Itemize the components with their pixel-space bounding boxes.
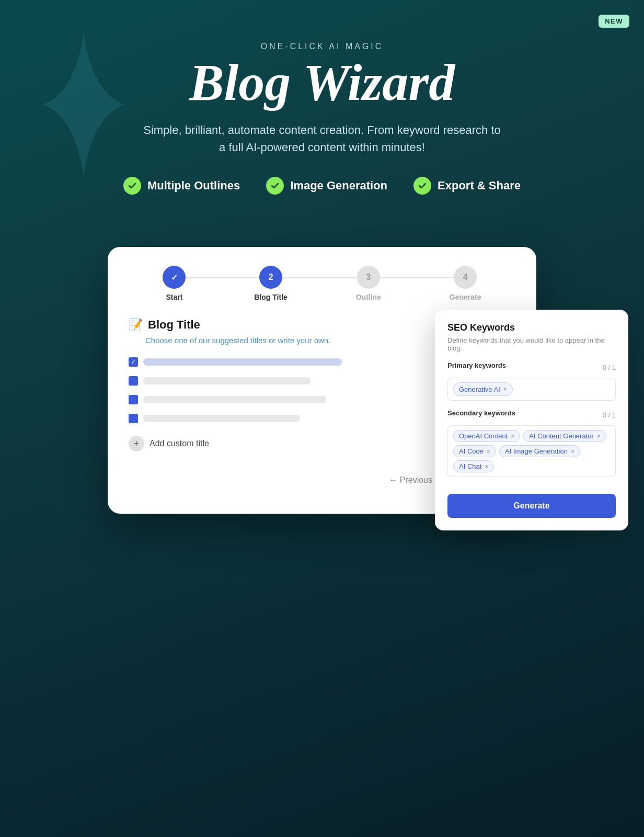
generate-button[interactable]: Generate	[447, 494, 616, 518]
steps-header: ✓ Start 2 Blog Title 3 Outline 4 Generat…	[129, 266, 515, 301]
secondary-tag-close[interactable]: ×	[485, 463, 488, 470]
primary-keywords-count: 0 / 1	[603, 364, 616, 371]
title-checkbox-1[interactable]	[129, 357, 138, 367]
card-area: ✓ Start 2 Blog Title 3 Outline 4 Generat…	[0, 247, 644, 514]
secondary-tag-close[interactable]: ×	[511, 433, 514, 440]
secondary-tag-label: AI Chat	[459, 462, 481, 470]
step-blog-title: 2 Blog Title	[254, 266, 288, 301]
title-bar-3	[143, 396, 326, 403]
primary-keywords-label-row: Primary keywords 0 / 1	[447, 361, 616, 374]
feature-check-icon	[413, 177, 431, 195]
secondary-keywords-input[interactable]: OpenAI Content × AI Content Generator × …	[447, 425, 616, 477]
feature-label: Multiple Outlines	[147, 179, 240, 193]
step-label-generate: Generate	[450, 293, 481, 301]
secondary-tags-container: OpenAI Content × AI Content Generator × …	[453, 430, 610, 472]
seo-title: SEO Keywords	[447, 322, 616, 333]
primary-tag-generative-ai: Generative AI ×	[453, 382, 513, 396]
secondary-tag-ai-chat: AI Chat ×	[453, 460, 494, 472]
step-label-outline: Outline	[356, 293, 381, 301]
secondary-keywords-label-row: Secondary keywords 0 / 1	[447, 409, 616, 421]
title-bar-4	[143, 415, 300, 422]
feature-multiple-outlines: Multiple Outlines	[123, 177, 240, 195]
add-custom-label: Add custom title	[150, 439, 209, 448]
new-badge: NEW	[599, 15, 629, 28]
seo-keywords-card: SEO Keywords Define keywords that you wo…	[435, 310, 628, 530]
sparkle-decoration	[42, 31, 125, 178]
secondary-tag-label: AI Image Generation	[505, 447, 568, 455]
step-circle-blog-title: 2	[259, 266, 282, 289]
secondary-tag-label: AI Code	[459, 447, 484, 455]
secondary-tag-ai-code: AI Code ×	[453, 445, 496, 457]
step-circle-start: ✓	[163, 266, 186, 289]
feature-label: Export & Share	[438, 179, 521, 193]
secondary-tag-close[interactable]: ×	[487, 448, 490, 455]
feature-check-icon	[123, 177, 141, 195]
secondary-tag-close[interactable]: ×	[571, 448, 574, 455]
title-checkbox-3[interactable]	[129, 395, 138, 404]
title-checkbox-2[interactable]	[129, 376, 138, 386]
secondary-tag-label: OpenAI Content	[459, 432, 508, 440]
add-custom-button[interactable]: +	[129, 436, 144, 451]
features-row: Multiple Outlines Image Generation Expor…	[0, 177, 644, 195]
feature-check-icon	[266, 177, 284, 195]
step-circle-outline: 3	[357, 266, 380, 289]
title-bar-1	[143, 358, 342, 366]
step-start: ✓ Start	[163, 266, 186, 301]
step-circle-generate: 4	[454, 266, 477, 289]
title-checkbox-4[interactable]	[129, 414, 138, 423]
feature-export-share: Export & Share	[413, 177, 521, 195]
secondary-tag-ai-image-generation: AI Image Generation ×	[499, 445, 580, 457]
secondary-tag-label: AI Content Generator	[529, 432, 594, 440]
title-bar-2	[143, 377, 310, 384]
step-outline: 3 Outline	[356, 266, 381, 301]
primary-keywords-label: Primary keywords	[447, 361, 506, 369]
hero-description: Simple, brilliant, automate content crea…	[139, 121, 505, 156]
feature-label: Image Generation	[290, 179, 387, 193]
primary-keywords-input[interactable]: Generative AI ×	[447, 378, 616, 401]
section-title-text: Blog Title	[148, 318, 200, 332]
step-generate: 4 Generate	[450, 266, 481, 301]
feature-image-generation: Image Generation	[266, 177, 387, 195]
secondary-tag-ai-content-generator: AI Content Generator ×	[523, 430, 606, 442]
previous-button[interactable]: ← Previous	[389, 476, 432, 485]
step-label-blog-title: Blog Title	[254, 293, 288, 301]
secondary-keywords-count: 0 / 1	[603, 411, 616, 419]
primary-tag-close[interactable]: ×	[503, 386, 507, 393]
section-icon: 📝	[129, 318, 143, 332]
secondary-keywords-label: Secondary keywords	[447, 409, 515, 417]
secondary-tag-openai-content: OpenAI Content ×	[453, 430, 520, 442]
step-label-start: Start	[166, 293, 182, 301]
seo-description: Define keywords that you would like to a…	[447, 336, 616, 352]
primary-tag-label: Generative AI	[459, 386, 500, 393]
secondary-tag-close[interactable]: ×	[597, 433, 601, 440]
